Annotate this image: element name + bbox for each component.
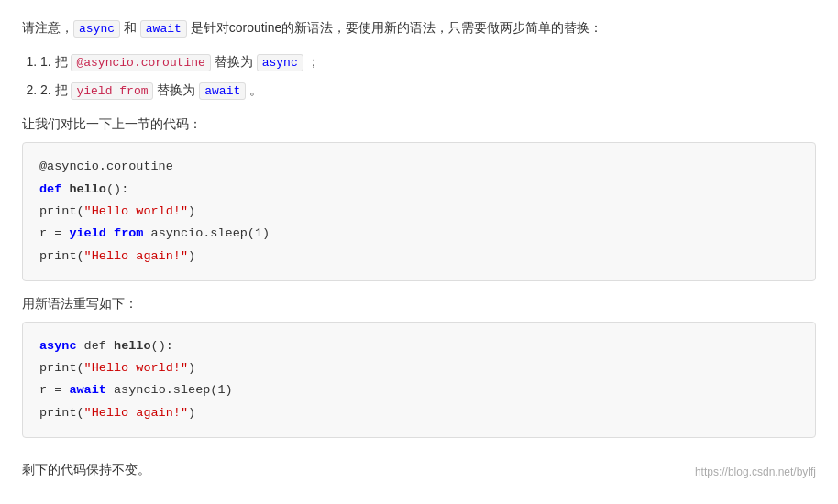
- cb2-line1: async def hello():: [39, 335, 799, 357]
- cb1-print1-post: ): [188, 204, 195, 218]
- cb2-print1-pre: print(: [39, 361, 84, 375]
- cb1-print2-post: ): [188, 249, 195, 263]
- cb1-line4: r = yield from asyncio.sleep(1): [39, 223, 799, 245]
- step1-suffix: ；: [303, 54, 320, 69]
- step2-new-code: await: [199, 82, 246, 100]
- cb2-print1-post: ): [188, 361, 195, 375]
- cb1-line3: print("Hello world!"): [39, 201, 799, 223]
- cb1-str1: "Hello world!": [84, 204, 188, 218]
- cb1-line2: def hello():: [39, 179, 799, 201]
- step-1: 1. 把 @asyncio.coroutine 替换为 async ；: [40, 49, 816, 75]
- cb1-line5: print("Hello again!"): [39, 246, 799, 268]
- cb2-print2-post: ): [188, 406, 195, 420]
- cb1-from-kw: from: [114, 226, 143, 240]
- cb1-def-kw: def: [39, 182, 61, 196]
- cb2-def-text: def: [77, 339, 115, 353]
- footer-link: https://blog.csdn.net/bylfj: [695, 466, 816, 478]
- cb2-line3: r = await asyncio.sleep(1): [39, 379, 799, 401]
- cb2-await-kw: await: [69, 383, 106, 397]
- cb1-line1: @asyncio.coroutine: [39, 156, 799, 178]
- intro-text3: 是针对coroutine的新语法，要使用新的语法，只需要做两步简单的替换：: [187, 20, 602, 35]
- cb2-str1: "Hello world!": [84, 361, 188, 375]
- bottom-text: 剩下的代码保持不变。: [22, 462, 150, 478]
- cb2-line1-post: ():: [151, 339, 173, 353]
- step2-middle: 替换为: [153, 82, 199, 97]
- cb2-r-pre: r =: [39, 383, 69, 397]
- section2-title: 用新语法重写如下：: [22, 296, 816, 312]
- cb1-fn-name: hello: [69, 182, 106, 196]
- cb2-line2: print("Hello world!"): [39, 357, 799, 379]
- step2-label: 2. 把: [40, 82, 71, 97]
- step1-middle: 替换为: [211, 54, 257, 69]
- section1-title: 让我们对比一下上一节的代码：: [22, 116, 816, 133]
- cb1-sleep1: asyncio.sleep(1): [143, 226, 270, 240]
- intro-text1: 请注意，: [22, 20, 73, 35]
- async-inline-code: async: [73, 20, 120, 38]
- cb1-decorator: @asyncio.coroutine: [39, 159, 173, 173]
- step2-suffix: 。: [246, 82, 262, 97]
- code-block-2: async def hello(): print("Hello world!")…: [22, 322, 816, 438]
- cb2-fn-name: hello: [114, 339, 151, 353]
- code-block-1: @asyncio.coroutine def hello(): print("H…: [22, 142, 816, 280]
- step2-old-code: yield from: [71, 82, 153, 100]
- cb2-print2-pre: print(: [39, 406, 84, 420]
- step1-new-code: async: [257, 54, 303, 71]
- cb2-sleep: asyncio.sleep(1): [106, 383, 233, 397]
- cb1-yield-kw: yield: [69, 226, 106, 240]
- step1-label: 1. 把: [40, 54, 71, 69]
- cb1-str2: "Hello again!": [84, 249, 188, 263]
- steps-list: 1. 把 @asyncio.coroutine 替换为 async ； 2. 把…: [40, 49, 816, 104]
- step1-old-code: @asyncio.coroutine: [71, 54, 210, 71]
- intro-paragraph: 请注意，async 和 await 是针对coroutine的新语法，要使用新的…: [22, 16, 816, 39]
- step-2: 2. 把 yield from 替换为 await 。: [40, 77, 816, 104]
- await-inline-code: await: [140, 20, 187, 38]
- cb2-str2: "Hello again!": [84, 406, 188, 420]
- cb1-space2: [106, 226, 114, 240]
- cb2-async-kw: async: [39, 339, 77, 353]
- cb2-line4: print("Hello again!"): [39, 402, 799, 424]
- cb1-print2-pre: print(: [39, 249, 84, 263]
- cb1-r-pre: r =: [39, 226, 69, 240]
- cb1-line2-rest: ():: [106, 182, 128, 196]
- cb1-print1-pre: print(: [39, 204, 84, 218]
- intro-text2: 和: [120, 20, 140, 35]
